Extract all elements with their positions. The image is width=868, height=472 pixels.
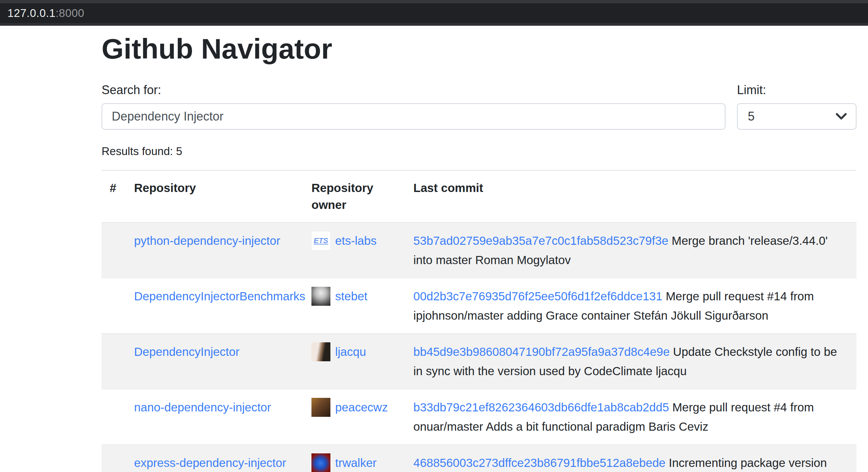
- row-index-cell: [102, 445, 126, 472]
- repo-link[interactable]: DependencyInjector: [134, 345, 239, 358]
- owner-link[interactable]: ljacqu: [335, 342, 366, 361]
- header-owner: Repository owner: [303, 170, 405, 222]
- owner-avatar-ets-labs: ETS: [311, 231, 330, 250]
- owner-avatar-ljacqu: [311, 342, 330, 361]
- commit-hash-link[interactable]: bb45d9e3b98608047190bf72a95fa9a37d8c4e9e: [413, 345, 670, 358]
- owner-avatar-peacecwz: [311, 398, 330, 417]
- table-row: express-dependency-injector trwalker 468…: [102, 445, 856, 472]
- owner-link[interactable]: stebet: [335, 286, 367, 306]
- owner-link[interactable]: ets-labs: [335, 231, 377, 250]
- commit-hash-link[interactable]: 00d2b3c7e76935d76f25ee50f6d1f2ef6ddce131: [413, 289, 663, 303]
- results-count: Results found: 5: [102, 145, 856, 158]
- repo-link[interactable]: DependencyInjectorBenchmarks: [134, 289, 305, 303]
- browser-tab-strip: [0, 0, 868, 3]
- table-row: DependencyInjector ljacqu bb45d9e3b98608…: [102, 334, 856, 389]
- owner-avatar-trwalker: [311, 453, 330, 472]
- repositories-table: # Repository Repository owner Last commi…: [102, 170, 856, 472]
- commit-hash-link[interactable]: 468856003c273dffce23b86791fbbe512a8ebede: [413, 456, 666, 469]
- browser-chrome-divider: [0, 23, 868, 26]
- owner-link[interactable]: trwalker: [335, 453, 377, 472]
- search-input[interactable]: [102, 103, 725, 130]
- row-index-cell: [102, 389, 126, 445]
- header-index: #: [102, 170, 126, 222]
- table-row: python-dependency-injector ETS ets-labs …: [102, 222, 856, 278]
- url-host: 127.0.0.1: [7, 7, 56, 20]
- table-row: DependencyInjectorBenchmarks stebet 00d2…: [102, 278, 856, 334]
- row-index-cell: [102, 334, 126, 389]
- page-container: Github Navigator Search for: Limit: 5 Re: [0, 26, 868, 472]
- limit-select[interactable]: 5: [737, 103, 856, 130]
- owner-avatar-stebet: [311, 287, 330, 306]
- browser-chrome: 127.0.0.1:8000: [0, 0, 868, 26]
- table-row: nano-dependency-injector peacecwz b33db7…: [102, 389, 856, 445]
- repo-link[interactable]: express-dependency-injector: [134, 456, 286, 469]
- chevron-down-icon: [836, 113, 847, 120]
- row-index-cell: [102, 278, 126, 334]
- page-title: Github Navigator: [102, 33, 856, 64]
- url-port: :8000: [56, 7, 84, 20]
- browser-url-bar[interactable]: 127.0.0.1:8000: [0, 3, 868, 23]
- row-index-cell: [102, 222, 126, 278]
- header-last-commit: Last commit: [405, 170, 856, 222]
- limit-selected-value: 5: [748, 109, 755, 124]
- owner-link[interactable]: peacecwz: [335, 398, 388, 417]
- search-form: Search for: Limit: 5: [102, 83, 856, 130]
- repo-link[interactable]: nano-dependency-injector: [134, 401, 271, 414]
- repo-link[interactable]: python-dependency-injector: [134, 234, 280, 247]
- table-header-row: # Repository Repository owner Last commi…: [102, 170, 856, 222]
- commit-hash-link[interactable]: b33db79c21ef8262364603db66dfe1ab8cab2dd5: [413, 401, 669, 414]
- search-label: Search for:: [102, 83, 725, 97]
- commit-hash-link[interactable]: 53b7ad02759e9ab35a7e7c0c1fab58d523c79f3e: [413, 234, 668, 247]
- header-repository: Repository: [126, 170, 303, 222]
- limit-label: Limit:: [737, 83, 856, 97]
